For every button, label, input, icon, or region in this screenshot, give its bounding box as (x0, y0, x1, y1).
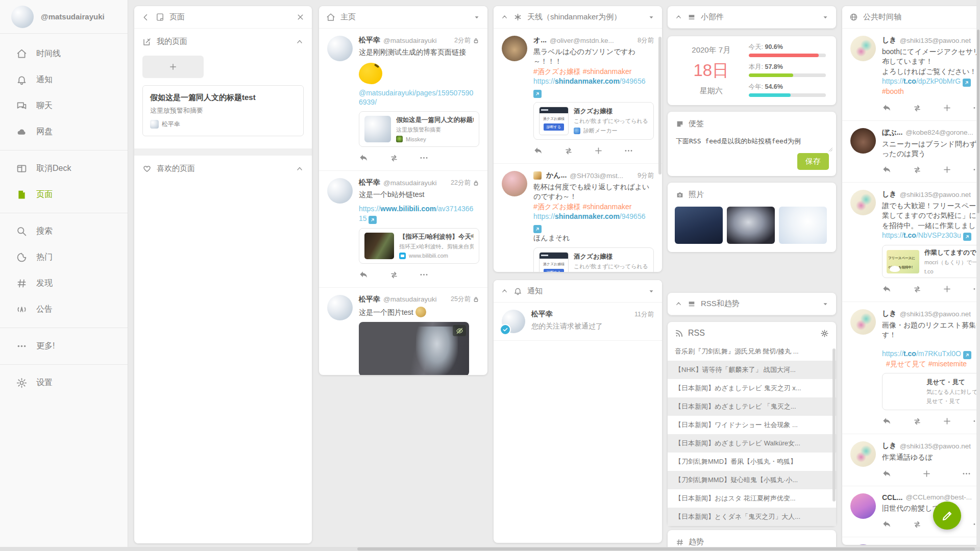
note-author[interactable]: 松平幸 (359, 295, 380, 304)
renote-button[interactable] (912, 284, 942, 296)
note-author[interactable]: オ... (533, 36, 547, 45)
pages-column-header[interactable]: 页面 (134, 6, 312, 29)
link-preview-card[interactable]: 酒クズお嬢様 診断する 酒クズお嬢様 これが飲まずにやってられるかってのですわ.… (533, 247, 654, 272)
note[interactable]: ow... @owatan@mstdn.o... 東京か大阪で行... (842, 537, 980, 545)
note[interactable]: しき @shiki135@pawoo.net boothにてイメージアクセサリ … (842, 29, 980, 120)
photo-thumbnail[interactable] (779, 207, 827, 244)
more-button[interactable] (419, 270, 449, 282)
sidebar-item-drive[interactable]: 网盘 (0, 119, 128, 145)
avatar[interactable] (327, 295, 353, 320)
sidebar-item-more[interactable]: 更多! (0, 333, 128, 359)
note-author[interactable]: かん... (546, 171, 567, 180)
note[interactable]: 松平幸 @matsudairayuki 22分前 这是一个b站外链test ht… (319, 170, 487, 287)
avatar[interactable] (327, 36, 353, 61)
react-button[interactable] (922, 469, 962, 481)
sidebar-item-settings[interactable]: 设置 (0, 370, 128, 396)
note-link[interactable]: @matsudairayuki/pages/159507590 6939/ (359, 88, 479, 108)
notifications-column-header[interactable]: 通知 (494, 280, 662, 303)
react-button[interactable] (594, 146, 624, 158)
note-author[interactable]: しき (882, 441, 897, 450)
avatar[interactable] (850, 309, 876, 335)
note[interactable]: かん... @SH703i@mst... 9分前 乾杯は何度でも繰り返しすればよ… (494, 163, 662, 272)
note-author[interactable]: しき (882, 190, 897, 199)
note[interactable]: 松平幸 @matsudairayuki 2分前 这是刚刚测试生成的博客页面链接 … (319, 29, 487, 170)
reply-button[interactable] (359, 153, 389, 165)
gear-icon[interactable] (820, 329, 829, 338)
renote-button[interactable] (912, 165, 942, 177)
reply-button[interactable] (359, 270, 389, 282)
rss-feed-item[interactable]: 【刀剑乱舞MMD】疑心暗鬼【小狐丸·小... (668, 471, 836, 489)
column-scrollbar[interactable] (658, 37, 662, 174)
photo-thumbnail[interactable] (727, 207, 775, 244)
note-link[interactable]: https://t.co/dpZkP0bMrG (882, 77, 980, 87)
avatar[interactable] (502, 36, 527, 61)
hashtags[interactable]: #酒クズお嬢様 #shindanmaker (533, 202, 654, 212)
collapse-chevron-icon[interactable] (675, 300, 682, 308)
sidebar-item-deck[interactable]: 取消Deck (0, 156, 128, 182)
avatar[interactable] (850, 128, 876, 154)
chevron-up-icon[interactable] (296, 165, 304, 173)
note-link[interactable]: https://t.co/NbVSPz303u (882, 231, 980, 241)
compose-button[interactable] (933, 502, 961, 530)
chevron-left-icon[interactable] (141, 13, 151, 22)
widgets-column-header[interactable]: 小部件 (668, 6, 836, 29)
notification-item[interactable]: 松平幸 11分前 您的关注请求被通过了 (494, 303, 662, 341)
note[interactable]: ぼぶ... @kobe824@gorone... スニーカーはブランド問わず気 … (842, 120, 980, 183)
reply-button[interactable] (882, 103, 912, 115)
link-preview-card[interactable]: 假如这是一篇同人文的标题test 这里放预警和摘要 Misskey (359, 111, 479, 147)
renote-button[interactable] (564, 146, 594, 158)
vertical-scrollbar[interactable] (976, 0, 980, 547)
note-author[interactable]: しき (882, 309, 897, 318)
caret-down-icon[interactable] (648, 288, 655, 295)
avatar[interactable] (502, 171, 527, 196)
caret-down-icon[interactable] (473, 14, 480, 21)
rss-column-header[interactable]: RSS和趋势 (668, 293, 836, 315)
notification-user[interactable]: 松平幸 (531, 310, 553, 319)
renote-button[interactable] (912, 416, 942, 429)
sidebar-user[interactable]: @matsudairayuki (0, 0, 128, 34)
note-author[interactable]: 松平幸 (359, 178, 380, 187)
resize-grip-icon[interactable] (827, 146, 833, 152)
avatar[interactable] (850, 544, 876, 545)
renote-button[interactable] (389, 153, 419, 165)
home-column-header[interactable]: 主页 (319, 6, 487, 29)
caret-down-icon[interactable] (822, 14, 829, 21)
note[interactable]: 松平幸 @matsudairayuki 25分前 这是一个图片test (319, 287, 487, 375)
note[interactable]: しき @shiki135@pawoo.net 画像・お題のリクエスト募集中 す！… (842, 302, 980, 434)
antenna-column-header[interactable]: 天线（shindanmaker为例） (494, 6, 662, 29)
hashtags[interactable]: #booth (882, 87, 980, 97)
sidebar-item-timeline[interactable]: 时间线 (0, 41, 128, 67)
photo-thumbnail[interactable] (675, 207, 723, 244)
sidebar-item-notifications[interactable]: 通知 (0, 67, 128, 93)
hashtags[interactable]: #酒クズお嬢様 #shindanmaker (533, 67, 654, 77)
collapse-chevron-icon[interactable] (501, 287, 508, 295)
avatar[interactable] (327, 178, 353, 204)
note-author[interactable]: 松平幸 (359, 36, 380, 45)
memo-textarea[interactable]: 下面RSS feed是以我的b站投稿feed为例 (668, 133, 836, 153)
horizontal-scrollbar[interactable] (0, 547, 980, 551)
add-page-button[interactable] (142, 56, 204, 78)
rss-feed-item[interactable]: 【日本新闻】めざましテレビ Walküre女... (668, 434, 836, 453)
note-link[interactable]: https://shindanmaker.com/949656 (533, 212, 654, 221)
caret-down-icon[interactable] (648, 14, 655, 21)
more-button[interactable] (419, 153, 449, 165)
note-link[interactable]: https://www.bilibili.com/av3714366 15 (359, 204, 479, 224)
more-button[interactable] (624, 146, 654, 158)
react-button[interactable] (942, 416, 972, 429)
reply-button[interactable] (882, 416, 912, 429)
rss-feed-item[interactable]: 【日本新闻】おはスタ 花江夏树声优变... (668, 489, 836, 508)
sidebar-item-pages[interactable]: 页面 (0, 182, 128, 208)
note-author[interactable]: CCL... (882, 493, 902, 502)
rss-feed-item[interactable]: 【日本新闻】とくダネ「鬼灭之刃」大人... (668, 508, 836, 526)
page-card[interactable]: 假如这是一篇同人文的标题test 这里放预警和摘要 松平幸 (142, 85, 304, 136)
memo-save-button[interactable]: 保存 (797, 153, 829, 170)
reply-button[interactable] (882, 519, 912, 532)
sidebar-item-chat[interactable]: 聊天 (0, 93, 128, 119)
renote-button[interactable] (912, 103, 942, 115)
note-author[interactable]: ぼぶ... (882, 128, 902, 137)
sidebar-item-explore[interactable]: 发现 (0, 270, 128, 296)
reply-button[interactable] (882, 469, 922, 481)
link-preview-card[interactable]: 見せて・見て 気になる人に対して、匿名で送れる 見せて・見て (882, 373, 980, 410)
close-icon[interactable] (296, 13, 305, 21)
rss-feed-item[interactable]: 【日本新闻】めざましテレビ 鬼灭之刃 x... (668, 379, 836, 397)
